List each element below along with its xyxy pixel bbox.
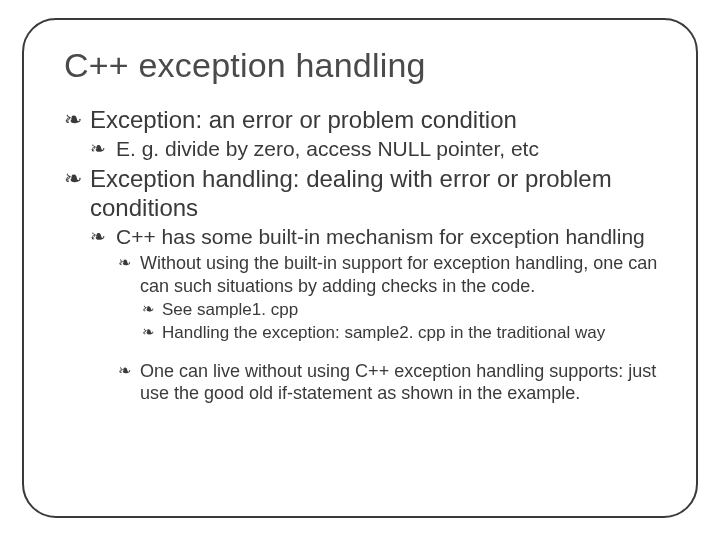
slide-frame: C++ exception handling Exception: an err…: [22, 18, 698, 518]
slide: C++ exception handling Exception: an err…: [0, 0, 720, 540]
bullet-builtin-mechanism: C++ has some built-in mechanism for exce…: [90, 224, 668, 250]
spacer: [64, 346, 668, 360]
bullet-exception-examples: E. g. divide by zero, access NULL pointe…: [90, 136, 668, 162]
slide-title: C++ exception handling: [64, 46, 668, 85]
bullet-handling-def: Exception handling: dealing with error o…: [64, 164, 668, 223]
bullet-without-builtin: Without using the built-in support for e…: [118, 252, 668, 297]
bullet-live-without: One can live without using C++ exception…: [118, 360, 668, 405]
bullet-see-sample1: See sample1. cpp: [142, 299, 668, 320]
bullet-handle-sample2: Handling the exception: sample2. cpp in …: [142, 322, 668, 343]
bullet-exception-def: Exception: an error or problem condition: [64, 105, 668, 134]
